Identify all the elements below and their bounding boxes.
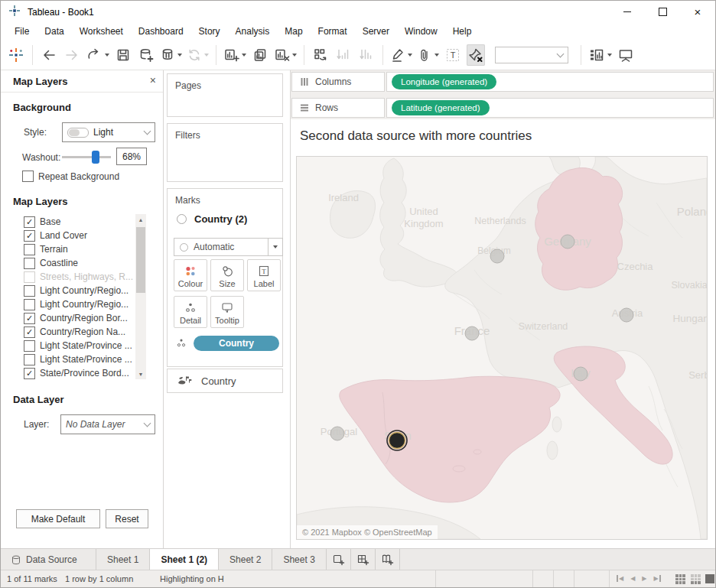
- show-hide-cards-caret[interactable]: [607, 54, 612, 57]
- menu-data[interactable]: Data: [37, 24, 71, 39]
- duplicate-sheet-button[interactable]: [251, 44, 269, 66]
- maximize-button[interactable]: [645, 1, 680, 23]
- redo-button[interactable]: [63, 44, 81, 66]
- replay-button[interactable]: [86, 44, 109, 66]
- group-members-button[interactable]: [417, 44, 439, 66]
- presentation-mode-button[interactable]: [617, 44, 635, 66]
- reset-button[interactable]: Reset: [106, 509, 148, 528]
- save-button[interactable]: [114, 44, 132, 66]
- tab-sheet-2[interactable]: Sheet 2: [219, 549, 272, 570]
- menu-map[interactable]: Map: [277, 24, 310, 39]
- size-button[interactable]: Size: [210, 259, 244, 291]
- highlight-dropdown-caret[interactable]: [408, 54, 412, 57]
- new-worksheet-dropdown-caret[interactable]: [242, 54, 246, 57]
- mark-type-dropdown[interactable]: Automatic: [174, 238, 283, 256]
- show-filmstrip-icon[interactable]: [691, 574, 701, 584]
- marks-layer-row[interactable]: Country (2): [177, 213, 247, 225]
- repeat-background-checkbox[interactable]: [22, 171, 34, 182]
- washout-slider-thumb[interactable]: [92, 151, 99, 164]
- map-mark[interactable]: [620, 308, 633, 322]
- next-page-icon[interactable]: ▶: [642, 573, 646, 583]
- new-story-tab-button[interactable]: [376, 549, 400, 570]
- scroll-up-icon[interactable]: ▲: [135, 214, 146, 225]
- swap-rows-columns-button[interactable]: [311, 44, 330, 66]
- layer-checkbox[interactable]: [24, 285, 35, 297]
- tab-data-source[interactable]: Data Source: [1, 549, 96, 570]
- tooltip-button[interactable]: Tooltip: [210, 296, 244, 328]
- menu-window[interactable]: Window: [397, 24, 445, 39]
- style-dropdown[interactable]: Light: [62, 122, 155, 142]
- previous-page-icon[interactable]: ◀: [630, 573, 635, 583]
- new-worksheet-button[interactable]: [223, 44, 246, 66]
- fit-dropdown[interactable]: [495, 47, 568, 63]
- clear-sheet-dropdown-caret[interactable]: [292, 54, 297, 57]
- pause-auto-updates-button[interactable]: [160, 44, 182, 66]
- map-view[interactable]: IrelandUnitedKingdomNetherlandsBelgiumGe…: [296, 156, 708, 540]
- filters-shelf[interactable]: Filters: [167, 123, 283, 182]
- map-pin-button[interactable]: [467, 44, 485, 66]
- map-mark[interactable]: [574, 367, 587, 381]
- map-mark[interactable]: [561, 235, 574, 249]
- undo-button[interactable]: [40, 44, 58, 66]
- menu-dashboard[interactable]: Dashboard: [131, 24, 191, 39]
- layer-checkbox[interactable]: ✓: [24, 326, 35, 338]
- colour-button[interactable]: Colour: [174, 259, 207, 291]
- layer-checkbox[interactable]: [24, 340, 35, 352]
- tab-sheet-1[interactable]: Sheet 1: [96, 549, 150, 570]
- highlight-button[interactable]: [390, 44, 412, 66]
- pause-updates-dropdown-caret[interactable]: [177, 54, 182, 57]
- detail-button[interactable]: Detail: [174, 296, 207, 328]
- tableau-home-icon[interactable]: [7, 44, 25, 66]
- layer-checkbox[interactable]: [24, 244, 35, 255]
- columns-shelf[interactable]: Longitude (generated): [386, 72, 714, 92]
- map-mark-selected[interactable]: [387, 430, 407, 450]
- label-button[interactable]: T Label: [247, 259, 281, 291]
- pane-close-icon[interactable]: ×: [150, 74, 156, 86]
- make-default-button[interactable]: Make Default: [16, 509, 100, 528]
- clear-sheet-button[interactable]: [274, 44, 297, 66]
- geographic-field-card[interactable]: Country: [167, 369, 283, 393]
- layer-checkbox[interactable]: ✓: [24, 368, 35, 379]
- minimize-button[interactable]: [610, 1, 645, 23]
- run-update-button[interactable]: [187, 44, 209, 66]
- layer-checkbox[interactable]: [24, 299, 35, 310]
- map-mark[interactable]: [465, 326, 479, 340]
- group-dropdown-caret[interactable]: [434, 54, 439, 57]
- map-mark[interactable]: [490, 249, 504, 263]
- layer-checkbox[interactable]: ✓: [24, 216, 35, 228]
- pages-shelf[interactable]: Pages: [167, 73, 283, 117]
- menu-help[interactable]: Help: [445, 24, 480, 39]
- first-page-icon[interactable]: ◀: [619, 573, 623, 583]
- rows-shelf[interactable]: Latitude (generated): [386, 98, 714, 118]
- layer-checkbox[interactable]: ✓: [24, 313, 35, 324]
- new-worksheet-tab-button[interactable]: [327, 549, 351, 570]
- mark-type-caret[interactable]: [268, 239, 282, 255]
- layer-checkbox[interactable]: [24, 354, 35, 365]
- tab-sheet-1-2[interactable]: Sheet 1 (2): [150, 549, 219, 570]
- washout-slider[interactable]: [62, 156, 111, 158]
- last-page-icon[interactable]: ▶: [653, 573, 658, 583]
- show-sheets-grid-icon[interactable]: [675, 574, 685, 584]
- scrollbar-thumb[interactable]: [136, 227, 145, 293]
- show-sheet-solid-icon[interactable]: [705, 574, 714, 583]
- data-layer-dropdown[interactable]: No Data Layer: [60, 414, 155, 434]
- menu-worksheet[interactable]: Worksheet: [72, 24, 131, 39]
- map-mark[interactable]: [330, 427, 344, 440]
- replay-dropdown-caret[interactable]: [105, 54, 109, 57]
- scroll-down-icon[interactable]: ▼: [135, 369, 146, 379]
- washout-value-box[interactable]: 68%: [116, 148, 147, 165]
- layer-checkbox[interactable]: ✓: [24, 230, 35, 242]
- show-hide-cards-button[interactable]: [588, 44, 612, 66]
- menu-file[interactable]: File: [7, 24, 37, 39]
- tab-sheet-3[interactable]: Sheet 3: [272, 549, 326, 570]
- menu-server[interactable]: Server: [355, 24, 397, 39]
- new-data-source-button[interactable]: [137, 44, 155, 66]
- new-dashboard-tab-button[interactable]: [351, 549, 376, 570]
- country-detail-pill[interactable]: Country: [194, 336, 279, 351]
- layers-scrollbar[interactable]: ▲ ▼: [135, 214, 146, 379]
- menu-format[interactable]: Format: [311, 24, 355, 39]
- sort-descending-button[interactable]: [357, 44, 376, 66]
- show-mark-labels-button[interactable]: T: [444, 44, 462, 66]
- layer-checkbox[interactable]: [24, 271, 35, 283]
- latitude-pill[interactable]: Latitude (generated): [392, 100, 490, 115]
